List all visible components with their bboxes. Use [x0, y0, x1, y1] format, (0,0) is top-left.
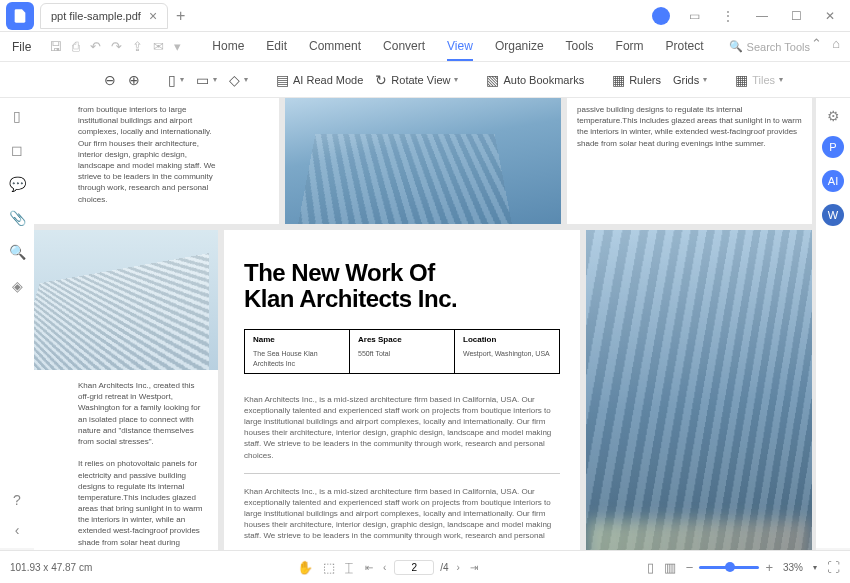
fit-page-icon: ▯: [168, 72, 176, 88]
help-icon[interactable]: ?: [13, 492, 21, 508]
tab-organize[interactable]: Organize: [495, 33, 544, 61]
page-text-block: Khan Architects Inc., created this off-g…: [34, 370, 218, 550]
page-text-block: passive building designs to regulate its…: [567, 98, 812, 224]
ribbon-tabs: Home Edit Comment Convert View Organize …: [187, 33, 728, 61]
minimize-icon[interactable]: —: [752, 9, 772, 23]
quick-access-toolbar: 🖫 ⎙ ↶ ↷ ⇪ ✉ ▾: [43, 39, 187, 54]
tab-title: ppt file-sample.pdf: [51, 10, 141, 22]
single-page-icon[interactable]: ▯: [647, 560, 654, 575]
tab-protect[interactable]: Protect: [666, 33, 704, 61]
zoom-in-button[interactable]: ⊕: [124, 70, 144, 90]
tab-home[interactable]: Home: [212, 33, 244, 61]
fullscreen-icon[interactable]: ⛶: [827, 560, 840, 575]
quick-more-icon[interactable]: ▾: [174, 39, 181, 54]
zoom-slider[interactable]: − +: [686, 560, 773, 575]
properties-icon[interactable]: ⚙: [827, 108, 840, 124]
search-panel-icon[interactable]: 🔍: [9, 244, 26, 260]
next-page-icon[interactable]: ›: [455, 562, 462, 573]
bookmarks-panel-icon[interactable]: ◻: [11, 142, 23, 158]
page-main-column: The New Work Of Klan Architects Inc. Nam…: [224, 230, 580, 550]
select-tool-icon[interactable]: ⬚: [323, 560, 335, 575]
document-canvas[interactable]: from boutique interiors to large institu…: [34, 98, 816, 550]
zoom-out-status-icon[interactable]: −: [686, 560, 694, 575]
ai-read-mode-button[interactable]: ▤AI Read Mode: [272, 70, 367, 90]
building-image-right: [586, 230, 812, 550]
tab-tools[interactable]: Tools: [566, 33, 594, 61]
hand-tool-icon[interactable]: ✋: [297, 560, 313, 575]
last-page-icon[interactable]: ⇥: [468, 562, 480, 573]
ruler-icon: ▦: [612, 72, 625, 88]
prev-page-icon[interactable]: ‹: [381, 562, 388, 573]
window-controls: ▭ ⋮ — ☐ ✕: [652, 7, 850, 25]
new-tab-button[interactable]: +: [176, 7, 185, 25]
zoom-in-status-icon[interactable]: +: [765, 560, 773, 575]
zoom-level[interactable]: 33%: [783, 562, 803, 573]
close-tab-icon[interactable]: ×: [149, 9, 157, 23]
thumbnails-icon[interactable]: ▯: [13, 108, 21, 124]
maximize-icon[interactable]: ☐: [786, 9, 806, 23]
close-window-icon[interactable]: ✕: [820, 9, 840, 23]
tiles-icon: ▦: [735, 72, 748, 88]
page-navigator: ⇤ ‹ /4 › ⇥: [363, 560, 480, 575]
save-icon[interactable]: 🖫: [49, 39, 62, 54]
right-sidebar: ⚙ P AI W: [816, 98, 850, 548]
window-kebab-icon[interactable]: ⋮: [718, 9, 738, 23]
comments-panel-icon[interactable]: 💬: [9, 176, 26, 192]
grids-button[interactable]: Grids▾: [669, 72, 711, 88]
rulers-button[interactable]: ▦Rulers: [608, 70, 665, 90]
ai-icon: ▤: [276, 72, 289, 88]
auto-bookmarks-button[interactable]: ▧Auto Bookmarks: [482, 70, 588, 90]
left-sidebar: ▯ ◻ 💬 📎 🔍 ◈ ? ‹: [0, 98, 34, 548]
search-icon: 🔍: [729, 40, 743, 53]
tab-edit[interactable]: Edit: [266, 33, 287, 61]
info-table: Name The Sea House Klan Architects Inc A…: [244, 329, 560, 374]
collapse-ribbon-icon[interactable]: ⌃: [811, 36, 822, 51]
file-menu[interactable]: File: [0, 40, 43, 54]
menu-bar: File 🖫 ⎙ ↶ ↷ ⇪ ✉ ▾ Home Edit Comment Con…: [0, 32, 850, 62]
app-icon: [6, 2, 34, 30]
page-text-block: from boutique interiors to large institu…: [34, 98, 279, 224]
page-dimensions: 101.93 x 47.87 cm: [10, 562, 130, 573]
building-image-top: [285, 98, 561, 224]
rotate-icon: ↻: [375, 72, 387, 88]
pdf-tool-icon[interactable]: P: [822, 136, 844, 158]
slider-track[interactable]: [699, 566, 759, 569]
word-export-icon[interactable]: W: [822, 204, 844, 226]
zoom-in-icon: ⊕: [128, 72, 140, 88]
mail-icon[interactable]: ✉: [153, 39, 164, 54]
attachments-icon[interactable]: 📎: [9, 210, 26, 226]
zoom-out-button[interactable]: ⊖: [100, 70, 120, 90]
tab-form[interactable]: Form: [616, 33, 644, 61]
user-avatar-icon[interactable]: [652, 7, 670, 25]
collapse-sidebar-icon[interactable]: ‹: [15, 522, 20, 538]
window-menu-icon[interactable]: ▭: [684, 9, 704, 23]
zoom-out-icon: ⊖: [104, 72, 116, 88]
first-page-icon[interactable]: ⇤: [363, 562, 375, 573]
document-title: The New Work Of Klan Architects Inc.: [244, 260, 560, 313]
rotate-view-button[interactable]: ↻Rotate View▾: [371, 70, 462, 90]
ai-assistant-icon[interactable]: AI: [822, 170, 844, 192]
tiles-button[interactable]: ▦Tiles▾: [731, 70, 787, 90]
title-bar: ppt file-sample.pdf × + ▭ ⋮ — ☐ ✕: [0, 0, 850, 32]
undo-icon[interactable]: ↶: [90, 39, 101, 54]
share-icon[interactable]: ⇪: [132, 39, 143, 54]
document-tab[interactable]: ppt file-sample.pdf ×: [40, 3, 168, 29]
redo-icon[interactable]: ↷: [111, 39, 122, 54]
status-bar: 101.93 x 47.87 cm ✋ ⬚ ⌶ ⇤ ‹ /4 › ⇥ ▯ ▥ −…: [0, 550, 850, 583]
fit-page-button[interactable]: ▯▾: [164, 70, 188, 90]
tab-view[interactable]: View: [447, 33, 473, 61]
bookmark-icon: ▧: [486, 72, 499, 88]
tab-comment[interactable]: Comment: [309, 33, 361, 61]
layers-icon[interactable]: ◈: [12, 278, 23, 294]
page-layout-icon: ▭: [196, 72, 209, 88]
continuous-page-icon[interactable]: ▥: [664, 560, 676, 575]
tab-convert[interactable]: Convert: [383, 33, 425, 61]
background-button[interactable]: ◇▾: [225, 70, 252, 90]
page-number-input[interactable]: [394, 560, 434, 575]
print-icon[interactable]: ⎙: [72, 39, 80, 54]
building-image-left: [34, 230, 218, 370]
ribbon-options-icon[interactable]: ⌂: [832, 36, 840, 51]
view-toolbar: ⊖ ⊕ ▯▾ ▭▾ ◇▾ ▤AI Read Mode ↻Rotate View▾…: [0, 62, 850, 98]
text-select-icon[interactable]: ⌶: [345, 560, 353, 575]
page-layout-button[interactable]: ▭▾: [192, 70, 221, 90]
